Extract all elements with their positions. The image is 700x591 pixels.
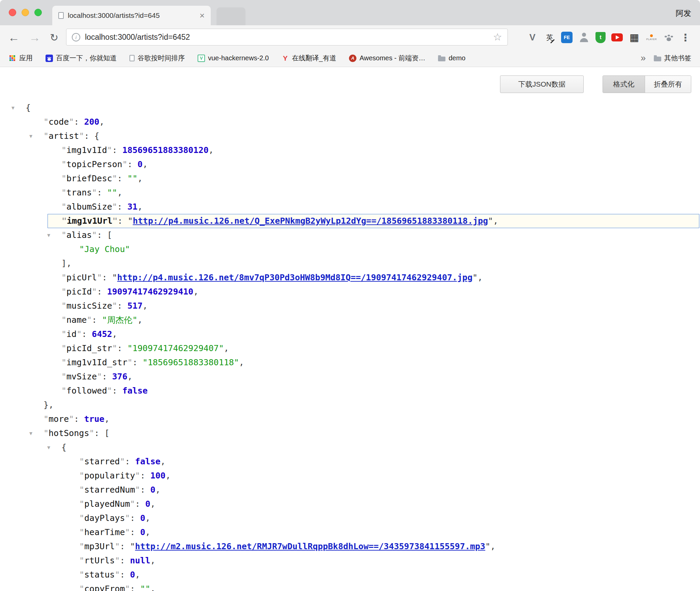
bookmarks-bar: 应用百度一下，你就知道谷歌按时间排序Vvue-hackernews-2.0Y在线… <box>0 50 700 67</box>
window-close-button[interactable] <box>9 9 16 16</box>
json-string-value: http://p4.music.126.net/Q_ExePNkmgB2yWyL… <box>128 216 493 226</box>
json-token: alias <box>61 230 97 240</box>
tampermonkey-icon[interactable]: t <box>595 32 606 43</box>
tab-close-icon[interactable]: × <box>200 11 205 20</box>
collapse-caret-icon[interactable]: ▼ <box>29 426 32 440</box>
browser-menu-icon[interactable]: ⋮ <box>680 32 691 43</box>
json-string-value: http://p4.music.126.net/8mv7qP30Pd3oHW8b… <box>112 273 478 282</box>
bookmark-label: Awesomes - 前端资… <box>359 54 425 63</box>
json-token: , <box>150 499 155 509</box>
profile-name[interactable]: 阿发 <box>676 8 691 19</box>
player-icon[interactable]: PLAYER <box>646 32 657 43</box>
json-token: , <box>193 287 198 297</box>
json-token: , <box>161 457 166 466</box>
page-favicon-icon <box>58 12 64 19</box>
json-token: : <box>84 131 94 141</box>
download-json-button[interactable]: 下载JSON数据 <box>500 75 584 93</box>
json-url-link[interactable]: http://p4.music.126.net/Q_ExePNkmgB2yWyL… <box>133 216 488 226</box>
json-line: img1v1Id_str: 18569651883380118, <box>0 355 700 370</box>
bookmark-label: 应用 <box>19 54 33 63</box>
json-token: img1v1Id <box>61 145 112 155</box>
json-line: Jay Chou <box>0 242 700 256</box>
json-token: , <box>143 301 148 311</box>
format-button[interactable]: 格式化 <box>603 76 645 93</box>
json-token: : <box>140 471 150 480</box>
forward-button[interactable]: → <box>29 31 40 44</box>
bookmark-item[interactable]: 谷歌按时间排序 <box>129 54 185 63</box>
youtube-icon[interactable] <box>611 33 623 41</box>
bookmark-item[interactable]: Vvue-hackernews-2.0 <box>198 54 269 62</box>
json-token: , <box>145 513 150 523</box>
json-token: : <box>120 541 130 551</box>
json-url-link[interactable]: http://m2.music.126.net/RMJR7wDullRqppBk… <box>135 541 486 551</box>
vimium-icon[interactable]: V <box>527 32 538 43</box>
json-token: , <box>105 414 110 424</box>
youdao-icon: Y <box>282 55 289 62</box>
window-zoom-button[interactable] <box>34 9 42 16</box>
json-token: 18569651883380120 <box>122 145 209 155</box>
collapse-caret-icon[interactable]: ▼ <box>47 228 50 242</box>
browser-tab[interactable]: localhost:3000/artists?id=645 × <box>52 6 211 25</box>
collapse-all-button[interactable]: 折叠所有 <box>645 76 691 93</box>
collapse-caret-icon[interactable]: ▼ <box>47 440 50 455</box>
json-token: { <box>61 442 66 452</box>
json-token: }, <box>43 400 54 410</box>
json-token: : <box>97 188 107 197</box>
json-token: img1v1Id_str <box>61 357 133 367</box>
json-token: 0 <box>140 513 145 523</box>
url-text[interactable]: localhost:3000/artists?id=6452 <box>85 33 488 42</box>
json-token <box>127 174 138 183</box>
user-icon[interactable] <box>578 32 590 43</box>
json-line: copyFrom: , <box>0 582 700 591</box>
translate-icon[interactable]: 英 <box>544 32 555 43</box>
address-bar[interactable]: i localhost:3000/artists?id=6452 ☆ <box>66 29 508 45</box>
json-token: , <box>135 570 140 580</box>
json-token: : <box>92 315 102 325</box>
paw-icon[interactable] <box>663 32 674 43</box>
json-token: briefDesc <box>61 174 117 183</box>
collapse-caret-icon[interactable]: ▼ <box>11 101 14 115</box>
json-token: , <box>138 174 143 183</box>
json-token: starred <box>79 457 125 466</box>
page-info-icon[interactable]: i <box>72 33 80 41</box>
bookmark-item[interactable]: demo <box>438 54 465 62</box>
bookmark-star-icon[interactable]: ☆ <box>493 32 502 42</box>
json-token: : <box>112 145 122 155</box>
bookmark-item[interactable]: 百度一下，你就知道 <box>46 54 117 63</box>
json-token: id <box>61 329 82 339</box>
json-line: starred: false, <box>0 455 700 469</box>
json-token: : <box>102 273 112 282</box>
bookmark-item[interactable]: 应用 <box>9 54 33 63</box>
json-token: { <box>26 103 31 113</box>
json-token: , <box>166 471 171 480</box>
json-token: false <box>135 457 161 466</box>
json-url-link[interactable]: http://p4.music.126.net/8mv7qP30Pd3oHW8b… <box>117 273 473 282</box>
bookmarks-overflow-icon[interactable]: » <box>641 53 646 63</box>
bookmark-item[interactable]: AAwesomes - 前端资… <box>349 54 425 63</box>
json-token: { <box>94 131 99 141</box>
json-token: 0 <box>150 485 155 495</box>
reload-button[interactable]: ↻ <box>50 32 58 43</box>
bookmark-label: vue-hackernews-2.0 <box>208 54 269 62</box>
window-minimize-button[interactable] <box>22 9 29 16</box>
json-line: trans: , <box>0 186 700 200</box>
json-token: 517 <box>127 301 143 311</box>
back-button[interactable]: ← <box>8 31 20 44</box>
json-token: starredNum <box>79 485 140 495</box>
json-line: ], <box>0 256 700 271</box>
window-controls <box>9 9 42 16</box>
json-token: picUrl <box>61 273 102 282</box>
json-token: 0 <box>138 159 143 169</box>
new-tab-button[interactable] <box>216 7 245 25</box>
bookmark-item[interactable]: Y在线翻译_有道 <box>282 54 336 63</box>
json-line: img1v1Id: 18569651883380120, <box>0 143 700 157</box>
collapse-caret-icon[interactable]: ▼ <box>29 129 32 143</box>
other-bookmarks-folder[interactable]: 其他书签 <box>654 54 691 63</box>
qrcode-icon[interactable]: ▦ <box>629 32 640 43</box>
json-token: : <box>125 457 135 466</box>
baidu-icon <box>46 55 53 62</box>
view-mode-toggle: 格式化 折叠所有 <box>603 75 691 93</box>
json-token: : <box>127 159 138 169</box>
fehelper-icon[interactable]: FE <box>561 32 573 43</box>
json-token: 6452 <box>92 329 112 339</box>
